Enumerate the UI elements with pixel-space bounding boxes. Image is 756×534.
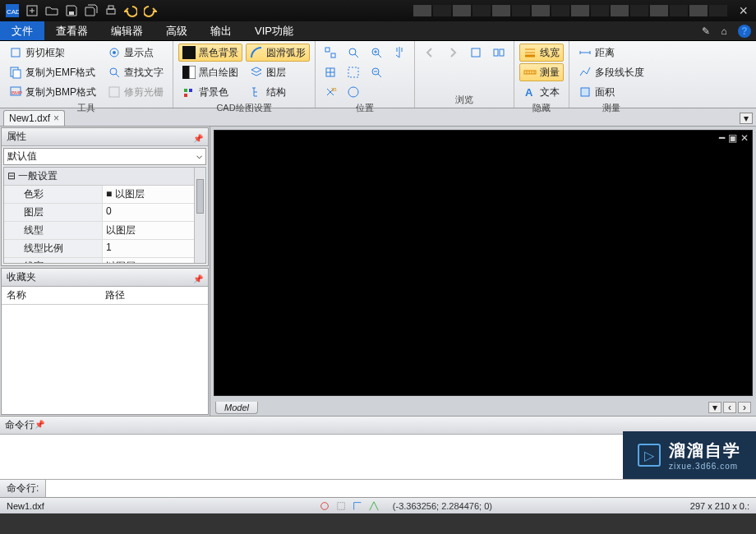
properties-title: 属性 [7,130,26,144]
svg-rect-4 [107,9,115,14]
btn-pos-1[interactable] [320,44,340,62]
tab-vip[interactable]: VIP功能 [243,21,305,40]
doc-tabs-dropdown[interactable]: ▾ [740,113,753,124]
favorites-body[interactable] [2,305,208,414]
command-history[interactable]: 溜溜自学 zixue.3d66.com [0,435,756,479]
btn-trim-raster[interactable]: 修剪光栅 [104,83,168,101]
btn-structure[interactable]: 结构 [246,83,310,101]
status-tools [314,499,385,513]
print-icon[interactable] [102,2,120,19]
command-input[interactable] [46,480,756,497]
model-tab[interactable]: Model [215,402,258,414]
btn-zoom-out[interactable] [366,63,386,81]
btn-prev[interactable] [420,44,440,62]
svg-text:A: A [525,86,533,99]
status-tool-4[interactable] [366,499,381,513]
app-icon[interactable]: CAD [3,2,21,19]
svg-rect-20 [184,94,187,97]
open-icon[interactable] [43,2,61,19]
trim-icon [108,85,121,99]
modeltab-dropdown[interactable]: ▾ [708,402,721,413]
prop-section[interactable]: 一般设置 [4,168,205,186]
pin-icon[interactable] [193,273,203,283]
pen-icon[interactable]: ✎ [697,21,715,40]
btn-pos-2[interactable] [320,63,340,81]
svg-rect-30 [472,48,480,57]
pin-icon[interactable] [35,418,44,428]
status-tool-3[interactable] [350,499,365,513]
help-icon[interactable]: ? [738,25,751,38]
btn-pan[interactable] [390,44,409,62]
favorites-columns: 名称 路径 [2,287,208,305]
svg-point-13 [110,68,117,75]
modeltab-prev[interactable]: ‹ [723,402,736,413]
btn-distance[interactable]: 距离 [574,44,648,62]
svg-rect-21 [325,48,330,52]
btn-layers[interactable]: 图层 [246,63,310,81]
tab-viewer[interactable]: 查看器 [44,21,99,40]
svg-text:CAD: CAD [7,8,19,16]
btn-bgcolor[interactable]: 背景色 [178,83,242,101]
doc-tab-close-icon[interactable]: × [53,113,59,124]
btn-pos-3[interactable]: 35 [320,83,340,101]
canvas-area: ━ ▣ ✕ Model ▾ ‹ › [210,127,756,416]
area-icon [579,85,592,99]
properties-selector[interactable]: 默认值 ⌵ [3,148,206,165]
close-icon[interactable]: × [734,2,753,20]
btn-linewidth[interactable]: 线宽 [519,44,564,62]
btn-bw-draw[interactable]: 黑白绘图 [178,63,242,81]
btn-area[interactable]: 面积 [574,83,648,101]
btn-zoom-in[interactable] [366,44,386,62]
btn-zoom-extents[interactable] [343,44,363,62]
btn-find-text[interactable]: 查找文字 [104,63,168,81]
btn-zoom-window[interactable] [343,63,363,81]
home-icon[interactable]: ⌂ [715,21,733,40]
btn-show-points[interactable]: 显示点 [104,44,168,62]
btn-smooth-arc[interactable]: 圆滑弧形 [246,44,310,62]
status-file: New1.dxf [0,501,51,511]
tree-icon [250,85,263,99]
btn-browse-2[interactable] [489,44,509,62]
btn-crop-frame[interactable]: 剪切框架 [5,44,100,62]
svg-rect-6 [12,48,20,57]
btn-zoom-all[interactable] [343,83,363,101]
tab-advanced[interactable]: 高级 [154,21,199,40]
canvas-max-icon[interactable]: ▣ [728,132,737,144]
tab-file[interactable]: 文件 [0,21,44,40]
undo-icon[interactable] [122,2,140,19]
modeltab-next[interactable]: › [738,402,751,413]
doc-tab[interactable]: New1.dxf × [3,110,65,126]
new-icon[interactable] [23,2,41,19]
btn-copy-emf[interactable]: 复制为EMF格式 [5,63,100,81]
svg-rect-19 [189,89,192,92]
canvas-close-icon[interactable]: ✕ [740,132,749,144]
status-tool-1[interactable] [317,499,332,513]
svg-point-27 [348,87,358,97]
play-icon [638,444,661,467]
pin-icon[interactable] [193,132,203,142]
svg-rect-15 [182,46,196,59]
tab-editor[interactable]: 编辑器 [99,21,154,40]
status-tool-2[interactable] [334,499,348,513]
svg-rect-32 [500,49,504,56]
command-prompt: 命令行: [0,480,46,497]
polyline-icon [579,66,592,79]
save-icon[interactable] [62,2,81,19]
drawing-canvas[interactable]: ━ ▣ ✕ [214,130,753,396]
bw-icon [182,66,196,79]
btn-measure[interactable]: 测量 [519,63,564,81]
btn-browse-1[interactable] [466,44,486,62]
ribbon-group-position: 35 位置 [316,41,415,108]
btn-black-bg[interactable]: 黑色背景 [178,44,242,62]
btn-copy-bmp[interactable]: BMP复制为BMP格式 [5,83,100,101]
prop-scrollbar[interactable] [194,168,205,263]
btn-text[interactable]: A文本 [519,83,564,101]
btn-polylength[interactable]: 多段线长度 [574,63,648,81]
tab-output[interactable]: 输出 [199,21,243,40]
redo-icon[interactable] [141,2,159,19]
bmp-icon: BMP [9,85,22,99]
svg-rect-22 [331,53,335,58]
btn-next[interactable] [443,44,463,62]
canvas-min-icon[interactable]: ━ [719,132,725,144]
saveall-icon[interactable] [82,2,100,19]
